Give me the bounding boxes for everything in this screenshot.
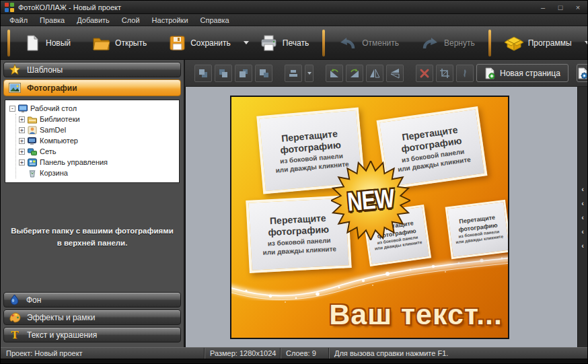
- bring-forward-icon: [238, 68, 249, 79]
- printer-icon: [260, 34, 278, 52]
- align-dropdown-button[interactable]: [305, 65, 314, 82]
- rotate-left-button[interactable]: [326, 65, 343, 82]
- panel-text-label: Текст и украшения: [27, 330, 97, 340]
- programs-box-icon: [505, 34, 523, 52]
- expander-expand[interactable]: +: [19, 138, 25, 144]
- tree-item-libraries[interactable]: + Библиотеки: [19, 114, 178, 124]
- app-logo-icon: [5, 3, 14, 12]
- crop-button[interactable]: [436, 65, 453, 82]
- tree-item-desktop[interactable]: - Рабочий стол: [9, 103, 178, 114]
- collapse-panel-strip[interactable]: ‹ ‹ ‹ ‹ ‹: [577, 87, 587, 347]
- tree-item-computer[interactable]: + Компьютер: [19, 135, 178, 146]
- bring-to-front-icon: [198, 68, 209, 79]
- delete-button[interactable]: [416, 65, 433, 82]
- tree-item-user[interactable]: + SamDel: [19, 124, 178, 135]
- flip-horizontal-icon: [369, 68, 380, 79]
- photo-icon: [9, 83, 21, 93]
- tree-item-control-panel[interactable]: + Панель управления: [19, 157, 178, 168]
- menu-bar: Файл Правка Добавить Слой Настройки Спра…: [1, 14, 587, 26]
- libraries-icon: [28, 115, 37, 124]
- bring-forward-button[interactable]: [235, 65, 252, 82]
- undo-button[interactable]: Отменить: [332, 32, 406, 54]
- open-folder-icon: [92, 34, 110, 52]
- photos-hint: Выберите папку с вашими фотографиями в в…: [3, 183, 181, 292]
- bring-to-front-button[interactable]: [194, 65, 212, 82]
- redo-arrow-icon: [420, 34, 439, 52]
- programs-dropdown-caret[interactable]: [585, 41, 588, 44]
- flip-horizontal-button[interactable]: [366, 65, 383, 82]
- mask-icon: [460, 68, 470, 79]
- menu-layer[interactable]: Слой: [116, 14, 146, 26]
- panel-photos-label: Фотографии: [27, 83, 77, 93]
- save-dropdown-caret[interactable]: [244, 41, 249, 44]
- page-settings-gear-icon: [577, 67, 588, 79]
- palette-icon: [9, 312, 21, 323]
- panel-effects[interactable]: Эффекты и рамки: [3, 310, 181, 325]
- send-to-back-icon: [218, 68, 229, 79]
- save-floppy-icon: [168, 34, 186, 52]
- new-project-button[interactable]: Новый: [17, 32, 77, 54]
- send-backward-icon: [258, 68, 269, 79]
- star-icon: [9, 64, 21, 75]
- toolbar-separator: [322, 30, 325, 57]
- new-page-icon: [484, 67, 495, 79]
- status-bar: Проект: Новый проект Размер: 1280x1024 С…: [1, 347, 587, 359]
- print-button[interactable]: Печать: [253, 32, 316, 54]
- open-button[interactable]: Открыть: [85, 32, 153, 54]
- panel-text[interactable]: T Текст и украшения: [3, 327, 181, 342]
- title-bar: ФотоКОЛЛАЖ - Новый проект – □ ×: [1, 1, 587, 14]
- send-backward-button[interactable]: [255, 65, 272, 82]
- tree-item-recycle-bin[interactable]: Корзина: [19, 168, 178, 178]
- chevron-left-icon: ‹: [581, 242, 584, 249]
- menu-file[interactable]: Файл: [3, 14, 34, 26]
- page-settings-button[interactable]: [577, 64, 588, 82]
- maximize-button[interactable]: □: [555, 3, 566, 12]
- rotate-right-button[interactable]: [346, 65, 363, 82]
- menu-settings[interactable]: Настройки: [146, 14, 194, 26]
- panel-templates-label: Шаблоны: [27, 65, 63, 75]
- chevron-left-icon: ‹: [581, 186, 584, 192]
- send-to-back-button[interactable]: [215, 65, 232, 82]
- align-button[interactable]: [285, 65, 302, 82]
- sample-text-layer[interactable]: Ваш текст...: [329, 298, 503, 331]
- expander-expand[interactable]: +: [19, 127, 25, 133]
- computer-icon: [28, 137, 37, 145]
- minimize-button[interactable]: –: [538, 3, 548, 12]
- toolbar-separator: [488, 30, 491, 57]
- menu-edit[interactable]: Правка: [34, 14, 71, 26]
- canvas-toolbar: Новая страница: [185, 60, 587, 87]
- mask-button[interactable]: [456, 65, 474, 82]
- rotate-left-icon: [329, 68, 340, 79]
- new-page-button[interactable]: Новая страница: [476, 64, 568, 82]
- panel-templates[interactable]: Шаблоны: [3, 62, 181, 77]
- tree-item-network[interactable]: + Сеть: [19, 146, 178, 157]
- network-icon: [28, 147, 37, 156]
- expander-expand[interactable]: +: [19, 116, 25, 122]
- toolbar-separator: [7, 30, 10, 57]
- desktop-icon: [18, 104, 28, 113]
- menu-help[interactable]: Справка: [194, 14, 235, 26]
- photo-placeholder[interactable]: Перетащите фотографию из боковой панели …: [445, 200, 509, 259]
- panel-photos[interactable]: Фотографии: [3, 79, 181, 96]
- user-icon: [28, 126, 37, 135]
- chevron-left-icon: ‹: [581, 200, 584, 207]
- save-button[interactable]: Сохранить: [161, 32, 237, 54]
- status-project: Проект: Новый проект: [1, 348, 204, 359]
- main-area: Новая страница: [185, 60, 587, 347]
- menu-add[interactable]: Добавить: [71, 14, 116, 26]
- delete-x-icon: [419, 68, 430, 79]
- window-title: ФотоКОЛЛАЖ - Новый проект: [18, 3, 121, 11]
- programs-button[interactable]: Программы: [498, 32, 579, 54]
- flip-vertical-button[interactable]: [386, 65, 404, 82]
- panel-background-label: Фон: [26, 295, 41, 305]
- expander-expand[interactable]: +: [19, 159, 25, 166]
- panel-background[interactable]: Фон: [3, 292, 181, 307]
- new-badge-label: NEW: [327, 147, 414, 253]
- close-button[interactable]: ×: [573, 3, 583, 12]
- collage-page[interactable]: Перетащите фотографию из боковой панели …: [230, 96, 509, 339]
- redo-button[interactable]: Вернуть: [414, 32, 482, 54]
- expander-expand[interactable]: +: [19, 149, 25, 155]
- left-sidebar: Шаблоны Фотографии - Рабочий стол: [1, 60, 185, 347]
- new-badge: NEW: [331, 161, 410, 240]
- expander-collapse[interactable]: -: [9, 106, 15, 112]
